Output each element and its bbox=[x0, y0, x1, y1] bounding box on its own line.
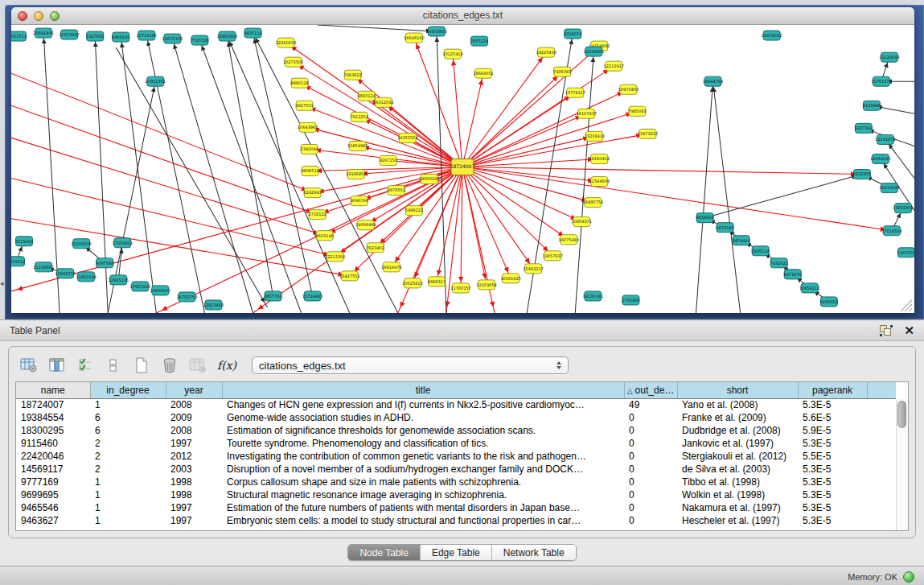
graph-node[interactable]: 10654985 bbox=[347, 141, 368, 150]
graph-node[interactable]: 1167533 bbox=[897, 248, 914, 257]
graph-node[interactable]: 10643962 bbox=[298, 122, 318, 132]
graph-node[interactable]: 5498222 bbox=[405, 206, 423, 216]
graph-node[interactable]: 9227341 bbox=[855, 123, 873, 133]
graph-node[interactable]: 8215955 bbox=[853, 170, 871, 179]
column-header-name[interactable]: name bbox=[16, 382, 90, 398]
table-row[interactable]: 977716911998Corpus callosum shape and si… bbox=[16, 476, 896, 488]
graph-node[interactable]: 17957223 bbox=[130, 282, 150, 291]
graph-node[interactable]: 7485083 bbox=[553, 67, 571, 76]
table-row[interactable]: 946362711997Embryonic stem cells: a mode… bbox=[16, 514, 896, 527]
table-row[interactable]: 969969511998Structural magnetic resonanc… bbox=[16, 488, 896, 501]
graph-node[interactable]: 6679197 bbox=[716, 223, 733, 233]
graph-node[interactable]: 16312032 bbox=[373, 97, 393, 107]
graph-node[interactable]: 14671358 bbox=[162, 34, 183, 43]
graph-node[interactable]: 10863808 bbox=[217, 31, 237, 41]
graph-node[interactable]: 7515526 bbox=[191, 35, 208, 45]
column-header-title[interactable]: title bbox=[222, 382, 624, 398]
tab-node-table[interactable]: Node Table bbox=[348, 545, 421, 560]
graph-node[interactable]: 8878552 bbox=[388, 186, 405, 196]
column-header-short[interactable]: short bbox=[677, 382, 798, 398]
graph-node[interactable]: 10859371 bbox=[572, 217, 592, 227]
graph-node[interactable]: 10973403 bbox=[618, 84, 639, 94]
graph-node[interactable]: 6466100 bbox=[112, 32, 129, 42]
graph-node[interactable]: 10273505 bbox=[283, 57, 303, 67]
graph-node[interactable]: 12103654 bbox=[476, 280, 496, 290]
resize-grip-icon[interactable] bbox=[901, 300, 912, 311]
graph-node[interactable]: 9935114 bbox=[244, 28, 261, 38]
graph-node[interactable]: 9603146 bbox=[316, 231, 334, 241]
graph-node[interactable]: 10553809 bbox=[426, 27, 446, 36]
graph-node[interactable]: 3915012 bbox=[11, 257, 25, 266]
graph-node[interactable]: 8471676 bbox=[784, 270, 802, 279]
vertical-scrollbar[interactable] bbox=[896, 399, 908, 530]
graph-node[interactable]: 13216416 bbox=[585, 131, 605, 141]
graph-node[interactable]: 16646160 bbox=[404, 33, 424, 43]
tab-edge-table[interactable]: Edge Table bbox=[421, 545, 492, 560]
graph-node[interactable]: 12444135 bbox=[870, 154, 890, 163]
graph-node[interactable]: 10654112 bbox=[799, 283, 819, 293]
graph-node[interactable]: 2342044 bbox=[301, 144, 318, 154]
scrollbar-thumb[interactable] bbox=[897, 401, 906, 428]
close-window-button[interactable] bbox=[18, 11, 27, 21]
graph-node[interactable]: 15716485 bbox=[302, 291, 322, 301]
graph-node[interactable]: 8938924 bbox=[696, 213, 713, 223]
graph-node[interactable]: 18495754 bbox=[583, 198, 603, 208]
rows-icon[interactable] bbox=[103, 355, 124, 376]
graph-node[interactable]: 7932621 bbox=[770, 258, 788, 268]
graph-node[interactable]: 12191872 bbox=[875, 134, 895, 144]
graph-node[interactable]: 7985083 bbox=[628, 106, 646, 116]
collapse-left-panel-arrow[interactable]: ◂ bbox=[0, 278, 6, 288]
graph-node[interactable]: 17016504 bbox=[881, 226, 901, 236]
graph-node[interactable]: 15751074 bbox=[871, 76, 891, 86]
graph-node[interactable]: 10719185 bbox=[137, 31, 157, 40]
graph-node[interactable]: 11544609 bbox=[589, 177, 610, 187]
tab-network-table[interactable]: Network Table bbox=[492, 545, 576, 560]
graph-node[interactable]: 2718122 bbox=[309, 210, 326, 220]
column-header-in-degree[interactable]: in_degree bbox=[90, 382, 166, 398]
graph-node[interactable]: 13971815 bbox=[638, 129, 658, 138]
graph-node[interactable]: 9868313 bbox=[428, 277, 446, 286]
close-icon[interactable]: ✕ bbox=[904, 325, 914, 336]
graph-node[interactable]: 12218906 bbox=[584, 47, 604, 56]
graph-node[interactable]: 12942737 bbox=[55, 269, 75, 278]
column-chooser-icon[interactable] bbox=[47, 355, 68, 376]
table-row[interactable]: 1830029562008Estimation of significance … bbox=[16, 424, 896, 437]
graph-node[interactable]: 15493217 bbox=[523, 264, 543, 274]
graph-node[interactable]: 14353554 bbox=[397, 133, 417, 142]
graph-node[interactable]: 16782759 bbox=[177, 292, 197, 302]
graph-node[interactable]: 9808514 bbox=[302, 166, 319, 175]
network-canvas[interactable]: 1872400722260658102735058880128382750110… bbox=[11, 25, 914, 313]
graph-node[interactable]: 16075493 bbox=[559, 235, 579, 245]
graph-node[interactable]: 10653287 bbox=[59, 30, 79, 39]
graph-node[interactable]: 18724007 bbox=[450, 159, 475, 175]
graph-node[interactable]: 9318074 bbox=[564, 29, 581, 39]
graph-node[interactable]: 16561625 bbox=[500, 274, 520, 283]
graph-node[interactable]: 17359924 bbox=[113, 238, 133, 248]
graph-node[interactable]: 4055714 bbox=[11, 31, 27, 41]
graph-node[interactable]: 9857791 bbox=[264, 291, 281, 301]
graph-node[interactable]: 19166855 bbox=[346, 170, 366, 179]
table-row[interactable]: 911546021997Tourette syndrome. Phenomeno… bbox=[16, 437, 896, 450]
graph-node[interactable]: 20351301 bbox=[146, 76, 166, 86]
graph-node[interactable]: 15892971 bbox=[893, 204, 913, 213]
row-selection-icon[interactable] bbox=[75, 355, 96, 376]
column-header-out-degree[interactable]: △out_de… bbox=[624, 382, 677, 398]
graph-node[interactable]: 12905135 bbox=[109, 275, 129, 285]
graph-node[interactable]: 9245652 bbox=[820, 297, 838, 307]
zoom-window-button[interactable] bbox=[50, 11, 60, 21]
graph-node[interactable]: 18160412 bbox=[589, 154, 610, 163]
import-table-icon[interactable] bbox=[187, 355, 208, 376]
graph-node[interactable]: 5515061 bbox=[15, 237, 33, 246]
graph-node[interactable]: 16427552 bbox=[339, 271, 359, 281]
graph-node[interactable]: 10958107 bbox=[150, 286, 170, 295]
graph-node[interactable]: 9267150 bbox=[380, 155, 397, 165]
delete-icon[interactable] bbox=[159, 355, 180, 376]
graph-node[interactable]: 1733426 bbox=[622, 295, 639, 305]
table-row[interactable]: 1872400712008Changes of HCN gene express… bbox=[16, 398, 896, 411]
graph-node[interactable]: 11700157 bbox=[450, 283, 470, 293]
graph-node[interactable]: 7963822 bbox=[344, 70, 362, 80]
table-selector-dropdown[interactable]: citations_edges.txt bbox=[252, 356, 569, 374]
graph-node[interactable]: 12213300 bbox=[325, 252, 345, 262]
graph-node[interactable]: 16644784 bbox=[703, 76, 723, 86]
network-window-titlebar[interactable]: citations_edges.txt bbox=[11, 7, 914, 25]
